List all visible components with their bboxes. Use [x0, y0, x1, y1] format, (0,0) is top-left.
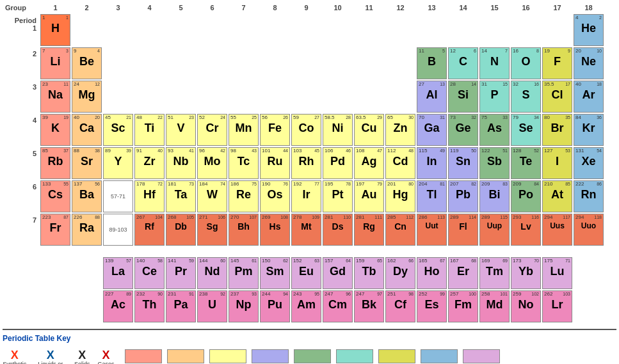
element-Mg[interactable]: 24 12 Mg — [72, 81, 102, 113]
element-Be[interactable]: 9 4 Be — [72, 47, 102, 79]
element-Tl[interactable]: 20481Tl — [417, 180, 447, 212]
element-Ta[interactable]: 18173Ta — [166, 180, 196, 212]
element-V[interactable]: 5123V — [166, 114, 196, 146]
element-He[interactable]: 4 2 He — [574, 14, 604, 46]
element-Nd[interactable]: 14460Nd — [197, 257, 227, 289]
element-W[interactable]: 18474W — [197, 180, 227, 212]
element-Fm[interactable]: 257100Fm — [448, 290, 478, 322]
element-Cr[interactable]: 5224Cr — [197, 114, 227, 146]
element-Cm[interactable]: 24796Cm — [323, 290, 353, 322]
element-N[interactable]: 14 7 N — [479, 47, 510, 79]
element-Sb[interactable]: 12251Sb — [479, 147, 510, 179]
element-Ag[interactable]: 10847Ag — [354, 147, 384, 179]
element-Sm[interactable]: 15062Sm — [260, 257, 290, 289]
element-Li[interactable]: 7 3 Li — [40, 47, 70, 79]
element-Ac[interactable]: 22789Ac — [103, 290, 133, 322]
element-Pa[interactable]: 23191Pa — [166, 290, 196, 322]
element-C[interactable]: 12 6 C — [448, 47, 478, 79]
element-Cf[interactable]: 25198Cf — [385, 290, 415, 322]
element-La[interactable]: 13957La — [103, 257, 133, 289]
element-Cu[interactable]: 63.529Cu — [354, 114, 384, 146]
element-Uup[interactable]: 289115Uup — [479, 214, 510, 246]
element-Ar[interactable]: 40 18 Ar — [574, 81, 604, 113]
element-K[interactable]: 3919K — [40, 114, 70, 146]
element-Fr[interactable]: 22387Fr — [40, 214, 70, 246]
element-H[interactable]: 1 1 H — [40, 14, 70, 46]
element-Ra[interactable]: 22688Ra — [72, 214, 102, 246]
element-Lu[interactable]: 17571Lu — [542, 257, 572, 289]
element-Cn[interactable]: 285112Cn — [385, 214, 415, 246]
element-S[interactable]: 32 16 S — [511, 81, 541, 113]
element-Ca[interactable]: 4020Ca — [72, 114, 102, 146]
element-Cs[interactable]: 13355Cs — [40, 180, 70, 212]
element-Ru[interactable]: 10144Ru — [260, 147, 290, 179]
element-Te[interactable]: 12852Te — [511, 147, 541, 179]
element-Na[interactable]: 23 11 Na — [40, 81, 70, 113]
element-Ba[interactable]: 13756Ba — [72, 180, 102, 212]
element-Eu[interactable]: 15263Eu — [291, 257, 321, 289]
element-B[interactable]: 11 5 B — [417, 47, 447, 79]
element-Dy[interactable]: 16266Dy — [385, 257, 415, 289]
element-Re[interactable]: 18675Re — [229, 180, 259, 212]
element-Yb[interactable]: 17370Yb — [511, 257, 541, 289]
element-Ho[interactable]: 16567Ho — [417, 257, 447, 289]
element-Ne[interactable]: 20 10 Ne — [574, 47, 604, 79]
element-Rb[interactable]: 8537Rb — [40, 147, 70, 179]
element-Sr[interactable]: 8838Sr — [72, 147, 102, 179]
element-Zr[interactable]: 9140Zr — [134, 147, 165, 179]
element-Sc[interactable]: 4521Sc — [103, 114, 133, 146]
element-Tb[interactable]: 15965Tb — [354, 257, 384, 289]
element-Ge[interactable]: 7332Ge — [448, 114, 478, 146]
element-Ir[interactable]: 19277Ir — [291, 180, 321, 212]
element-Am[interactable]: 24395Am — [291, 290, 321, 322]
element-Mo[interactable]: 9642Mo — [197, 147, 227, 179]
element-Tc[interactable]: 9843Tc — [229, 147, 259, 179]
element-Db[interactable]: 268105Db — [166, 214, 196, 246]
element-Rh[interactable]: 10345Rh — [291, 147, 321, 179]
element-Tm[interactable]: 16969Tm — [479, 257, 510, 289]
element-Er[interactable]: 16768Er — [448, 257, 478, 289]
element-Rf[interactable]: 267104Rf — [134, 214, 165, 246]
element-Cl[interactable]: 35.5 17 Cl — [542, 81, 572, 113]
element-Rn[interactable]: 22286Rn — [574, 180, 604, 212]
element-I[interactable]: 12753I — [542, 147, 572, 179]
element-Nb[interactable]: 9341Nb — [166, 147, 196, 179]
element-Cd[interactable]: 11248Cd — [385, 147, 415, 179]
element-Pr[interactable]: 14159Pr — [166, 257, 196, 289]
element-Rg[interactable]: 281111Rg — [354, 214, 384, 246]
element-As[interactable]: 7533As — [479, 114, 510, 146]
element-Bh[interactable]: 270107Bh — [229, 214, 259, 246]
element-Bk[interactable]: 24797Bk — [354, 290, 384, 322]
element-No[interactable]: 259102No — [511, 290, 541, 322]
element-Pm[interactable]: 14561Pm — [229, 257, 259, 289]
element-Bi[interactable]: 20983Bi — [479, 180, 510, 212]
element-Uut[interactable]: 286113Uut — [417, 214, 447, 246]
element-Y[interactable]: 8939Y — [103, 147, 133, 179]
element-Md[interactable]: 258101Md — [479, 290, 510, 322]
element-At[interactable]: 21085At — [542, 180, 572, 212]
element-Hg[interactable]: 20180Hg — [385, 180, 415, 212]
element-Hs[interactable]: 269108Hs — [260, 214, 290, 246]
element-Po[interactable]: 20984Po — [511, 180, 541, 212]
element-Co[interactable]: 5927Co — [291, 114, 321, 146]
element-Mt[interactable]: 278109Mt — [291, 214, 321, 246]
element-Lr[interactable]: 262103Lr — [542, 290, 572, 322]
element-Xe[interactable]: 13154Xe — [574, 147, 604, 179]
element-O[interactable]: 16 8 O — [511, 47, 541, 79]
element-Uus[interactable]: 294117Uus — [542, 214, 572, 246]
element-Mn[interactable]: 5525Mn — [229, 114, 259, 146]
element-Ti[interactable]: 4822Ti — [134, 114, 165, 146]
element-Pt[interactable]: 19578Pt — [323, 180, 353, 212]
element-Os[interactable]: 19076Os — [260, 180, 290, 212]
element-Au[interactable]: 19779Au — [354, 180, 384, 212]
element-Sg[interactable]: 271106Sg — [197, 214, 227, 246]
element-Pb[interactable]: 20782Pb — [448, 180, 478, 212]
element-Ds[interactable]: 281110Ds — [323, 214, 353, 246]
element-Es[interactable]: 25299Es — [417, 290, 447, 322]
element-Hf[interactable]: 17872Hf — [134, 180, 165, 212]
element-U[interactable]: 23892U — [197, 290, 227, 322]
element-Uuo[interactable]: 294118Uuo — [574, 214, 604, 246]
element-Pu[interactable]: 24494Pu — [260, 290, 290, 322]
element-Th[interactable]: 23290Th — [134, 290, 165, 322]
element-Ce[interactable]: 14058Ce — [134, 257, 165, 289]
